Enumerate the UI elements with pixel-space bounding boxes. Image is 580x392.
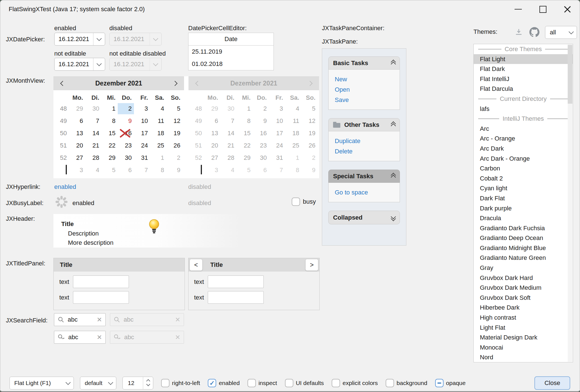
theme-list-item[interactable]: Carbon bbox=[474, 163, 573, 174]
task-link[interactable]: Save bbox=[329, 95, 400, 105]
calendar-day[interactable]: 9 bbox=[166, 164, 183, 176]
search-input[interactable] bbox=[67, 316, 94, 324]
table-row-date[interactable]: 25.11.2019 bbox=[188, 46, 274, 58]
calendar-day[interactable]: 7 bbox=[85, 115, 102, 127]
datepicker-dropdown-button[interactable] bbox=[93, 33, 105, 45]
checkbox-box[interactable] bbox=[285, 379, 293, 387]
font-style-combobox[interactable]: default bbox=[80, 377, 116, 389]
theme-list-item[interactable]: Arc - Orange bbox=[474, 134, 573, 144]
calendar-day[interactable]: 25 bbox=[150, 139, 166, 152]
calendar-day[interactable]: 12 bbox=[166, 115, 183, 127]
window-close-button[interactable] bbox=[555, 0, 580, 18]
clear-icon[interactable]: ✕ bbox=[97, 334, 102, 341]
download-themes-button[interactable] bbox=[514, 27, 524, 37]
themes-filter-combobox[interactable]: all bbox=[545, 26, 577, 39]
checkbox-right-to-left[interactable]: right-to-left bbox=[161, 379, 200, 387]
theme-combobox[interactable]: Flat Light (F1) bbox=[10, 377, 74, 389]
combobox-arrow-button[interactable] bbox=[565, 31, 577, 34]
theme-list-item[interactable]: lafs bbox=[474, 104, 573, 114]
themes-list[interactable]: Core ThemesFlat LightFlat DarkFlat Intel… bbox=[473, 44, 573, 362]
theme-list-item[interactable]: Dracula bbox=[474, 213, 573, 223]
theme-list-item[interactable]: Gruvbox Dark Soft bbox=[474, 293, 573, 303]
titlebar[interactable]: FlatSwingXTest (Java 17; system scale fa… bbox=[0, 0, 580, 18]
calendar-day[interactable]: 3 bbox=[69, 164, 85, 176]
calendar-day[interactable]: 3 bbox=[134, 103, 150, 115]
calendar-day[interactable]: 6 bbox=[69, 115, 85, 127]
theme-list-item[interactable]: High contrast bbox=[474, 313, 573, 323]
calendar-day[interactable]: 10 bbox=[134, 115, 150, 127]
calendar-day[interactable]: 20 bbox=[69, 139, 85, 152]
calendar-day[interactable]: 28 bbox=[85, 152, 102, 164]
calendar-day[interactable]: 4 bbox=[150, 103, 166, 115]
calendar-day[interactable]: 14 bbox=[85, 127, 102, 139]
text-input[interactable] bbox=[208, 291, 264, 304]
calendar-day[interactable]: 19 bbox=[166, 127, 183, 139]
calendar-day[interactable]: 29 bbox=[102, 152, 118, 164]
calendar-day[interactable]: 16 bbox=[118, 127, 134, 139]
calendar-day[interactable]: 18 bbox=[150, 127, 166, 139]
panel-prev-button[interactable]: < bbox=[190, 259, 202, 271]
datepicker-value[interactable]: 16.12.2021 bbox=[55, 33, 93, 45]
text-input[interactable] bbox=[73, 275, 129, 288]
checkbox-opaque[interactable]: opaque bbox=[435, 379, 466, 387]
calendar-day[interactable]: 4 bbox=[85, 164, 102, 176]
next-month-button[interactable] bbox=[171, 80, 178, 87]
calendar-day[interactable]: 8 bbox=[150, 164, 166, 176]
calendar-day[interactable]: 2 bbox=[118, 103, 134, 115]
calendar-day[interactable]: 27 bbox=[69, 152, 85, 164]
calendar-day[interactable]: 13 bbox=[69, 127, 85, 139]
theme-list-item[interactable]: Gruvbox Dark Hard bbox=[474, 273, 573, 283]
theme-list-item[interactable]: Gradianto Midnight Blue bbox=[474, 243, 573, 253]
text-input[interactable] bbox=[208, 275, 264, 288]
minimize-button[interactable] bbox=[506, 0, 531, 18]
close-button[interactable]: Close bbox=[534, 376, 570, 390]
theme-list-item[interactable]: Flat Dark bbox=[474, 64, 573, 74]
calendar-day[interactable]: 11 bbox=[150, 115, 166, 127]
hyperlink-enabled[interactable]: enabled bbox=[54, 183, 76, 191]
checkbox-box[interactable] bbox=[386, 379, 394, 387]
theme-list-item[interactable]: Dark Flat bbox=[474, 193, 573, 203]
checkbox-box[interactable] bbox=[161, 379, 169, 387]
checkbox-explicit-colors[interactable]: explicit colors bbox=[332, 379, 378, 387]
search-field-enabled[interactable]: ✕ bbox=[54, 313, 106, 326]
calendar-day[interactable]: 5 bbox=[166, 103, 183, 115]
theme-list-item[interactable]: Arc Dark - Orange bbox=[474, 154, 573, 164]
checkbox-inspect[interactable]: inspect bbox=[247, 379, 277, 387]
calendar-day[interactable]: 1 bbox=[102, 103, 118, 115]
calendar-day[interactable]: 23 bbox=[118, 139, 134, 152]
checkbox-box[interactable] bbox=[247, 379, 256, 387]
theme-list-item[interactable]: Gruvbox Dark Medium bbox=[474, 283, 573, 293]
theme-list-item[interactable]: Material Design Dark bbox=[474, 332, 573, 343]
calendar-day[interactable]: 5 bbox=[102, 164, 118, 176]
calendar-day[interactable]: 30 bbox=[118, 152, 134, 164]
calendar-day[interactable]: 26 bbox=[166, 139, 183, 152]
theme-list-item[interactable]: Gradianto Dark Fuchsia bbox=[474, 223, 573, 233]
theme-list-item[interactable]: Cyan light bbox=[474, 183, 573, 193]
theme-list-item[interactable]: Flat IntelliJ bbox=[474, 74, 573, 84]
calendar-day[interactable]: 24 bbox=[134, 139, 150, 152]
taskpane-header[interactable]: Other Tasks bbox=[328, 118, 400, 131]
task-link[interactable]: Delete bbox=[329, 146, 400, 156]
theme-list-item[interactable]: Light Flat bbox=[474, 323, 573, 333]
calendar-day[interactable]: 7 bbox=[134, 164, 150, 176]
theme-list-item[interactable]: Gradianto Deep Ocean bbox=[474, 233, 573, 243]
text-input[interactable] bbox=[73, 291, 129, 304]
calendar-day[interactable]: 15 bbox=[102, 127, 118, 139]
scrollbar-thumb[interactable] bbox=[568, 45, 572, 104]
calendar-day[interactable]: 1 bbox=[150, 152, 166, 164]
calendar-day[interactable]: 22 bbox=[102, 139, 118, 152]
table-row-date[interactable]: 01.02.2018 bbox=[188, 58, 274, 70]
prev-month-button[interactable] bbox=[59, 80, 66, 87]
taskpane-header[interactable]: Special Tasks bbox=[328, 170, 400, 183]
taskpane-header[interactable]: Basic Tasks bbox=[328, 56, 400, 70]
calendar-day[interactable]: 9 bbox=[118, 115, 134, 127]
theme-list-item[interactable]: Dark purple bbox=[474, 203, 573, 213]
theme-list-item[interactable]: Gray bbox=[474, 263, 573, 273]
busy-checkbox[interactable]: busy bbox=[292, 198, 316, 206]
monthview-enabled[interactable]: Dezember 2021 Mo.Di.Mi.Do.Fr.Sa.So.48293… bbox=[53, 76, 184, 178]
calendar-day[interactable]: 29 bbox=[69, 103, 85, 115]
calendar-day[interactable]: 17 bbox=[134, 127, 150, 139]
checkbox-enabled[interactable]: enabled bbox=[208, 379, 240, 387]
calendar-day[interactable]: 2 bbox=[166, 152, 183, 164]
calendar-day[interactable]: 31 bbox=[134, 152, 150, 164]
